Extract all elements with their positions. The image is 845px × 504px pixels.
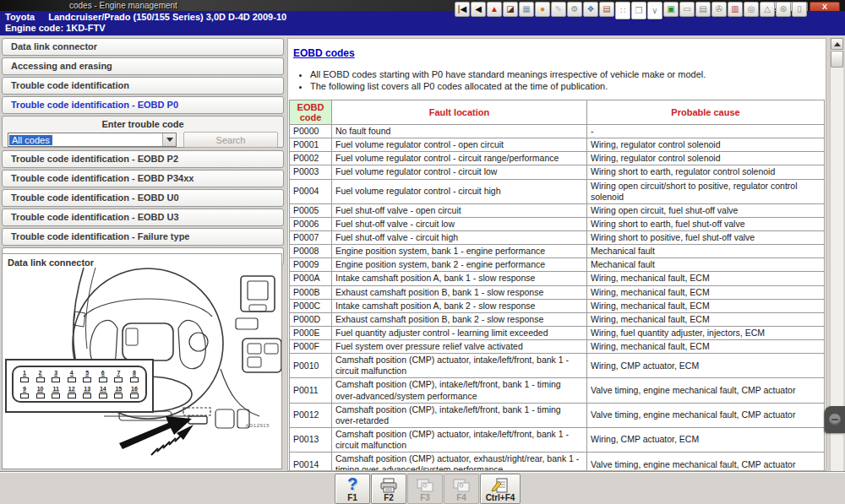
table-row: P0003Fuel volume regulator control - cir…	[290, 165, 825, 179]
pin-2: 2	[35, 370, 46, 383]
table-row: P0007Fuel shut-off valve - circuit highW…	[290, 231, 825, 245]
obd-connector-outline: 12345678 910111213141516	[12, 366, 147, 403]
arrow-up-icon	[834, 42, 841, 46]
toolbox-icon[interactable]: ▥	[728, 2, 743, 17]
table-row: P000EFuel quantity adjuster control - le…	[290, 326, 825, 339]
warning-icon[interactable]: ▲	[487, 2, 502, 17]
repair-times-icon[interactable]: ✇	[711, 2, 727, 17]
car-body-icon[interactable]: ▭	[679, 2, 695, 17]
engine-management-icon[interactable]: ▣	[663, 2, 679, 17]
table-row: P0004Fuel volume regulator control - cir…	[290, 179, 825, 203]
manual-icon[interactable]: ▤	[599, 2, 614, 17]
pins-top: 12345678	[19, 370, 140, 383]
table-row: P0006Fuel shut-off valve - circuit lowWi…	[290, 217, 825, 230]
search-button[interactable]: Search	[183, 132, 278, 148]
table-row: P0011Camshaft position (CMP), intake/lef…	[290, 378, 825, 403]
pin-14: 14	[97, 386, 109, 399]
pin-6: 6	[97, 370, 109, 383]
pin-5: 5	[81, 370, 93, 383]
help-button[interactable]: ? F1	[335, 474, 370, 504]
pin-12: 12	[66, 386, 78, 399]
table-row: P000CIntake camshaft position A, bank 2 …	[290, 299, 825, 312]
pin-11: 11	[50, 386, 62, 399]
parts-icon[interactable]: ⊛	[776, 2, 791, 17]
table-row: P000DExhaust camshaft position B, bank 2…	[290, 312, 825, 326]
globe-icon[interactable]: ●	[535, 2, 550, 17]
print-button[interactable]: F2	[371, 474, 406, 504]
figure-reference-label: AD12915	[245, 423, 270, 428]
table-row: P000FFuel system over pressure relief va…	[290, 340, 825, 354]
table-row: P0008Engine position system, bank 1 - en…	[290, 245, 825, 258]
battery-icon[interactable]: ▯	[792, 2, 807, 17]
wheel-icon[interactable]: ◎	[744, 2, 759, 17]
trouble-code-search-group: Enter trouble code All codes Search	[2, 116, 284, 148]
column-header-probable-cause: Probable cause	[587, 100, 825, 125]
pin-15: 15	[112, 386, 124, 399]
window-title: codes - Engine management	[69, 1, 177, 10]
expand-icon[interactable]: ❐	[631, 2, 646, 19]
vehicle-model: Landcruiser/Prado (150/155 Series) 3,0D …	[48, 12, 286, 22]
column-header-fault-location: Fault location	[332, 100, 587, 125]
toolbar: |◀◀▲◪▦●✎⚙❖▤∷❐∨▣▭▤✇▥◎△⊛▯	[455, 2, 807, 19]
engine-code: Engine code: 1KD-FTV	[5, 23, 845, 33]
notes-button[interactable]: Ctrl+F4	[480, 474, 521, 504]
previous-view-button: F3	[407, 474, 443, 504]
function-key-bar: ? F1 F2 F3 F4	[0, 472, 845, 504]
pin-3: 3	[50, 370, 62, 383]
grid-handle-icon[interactable]: ∷	[615, 2, 630, 19]
close-icon: X	[822, 3, 827, 11]
chevron-down-icon[interactable]: ∨	[647, 2, 662, 19]
gear-icon[interactable]: ⚙	[567, 2, 582, 17]
table-row: P000BExhaust camshaft position B, bank 1…	[290, 285, 825, 299]
page-title: EOBD codes	[293, 47, 826, 59]
sidebar-item-data-link-connector[interactable]: Data link connector	[2, 38, 284, 56]
document-pencil-icon	[491, 476, 510, 494]
vehicle-brand: Toyota	[5, 12, 35, 22]
column-header-code: EOBD code	[290, 100, 332, 125]
next-view-button: F4	[444, 474, 479, 504]
scroll-handle[interactable]	[825, 406, 845, 433]
help-icon: ?	[347, 474, 357, 494]
sidebar-item-eobd-p0[interactable]: Trouble code identification - EOBD P0	[2, 96, 284, 114]
table-row: P0013Camshaft position (CMP) actuator, i…	[290, 427, 825, 452]
pin-16: 16	[128, 386, 140, 399]
first-page-icon[interactable]: |◀	[455, 2, 470, 17]
data-link-connector-panel: Data link connector	[2, 253, 282, 469]
obd-connector-inset: 12345678 910111213141516	[5, 359, 154, 413]
hazard-icon[interactable]: △	[760, 2, 775, 17]
code-combobox[interactable]: All codes	[8, 133, 177, 147]
diagnostics-icon[interactable]: ❖	[583, 2, 598, 17]
pin-8: 8	[128, 370, 140, 383]
pin-1: 1	[19, 370, 30, 383]
pin-7: 7	[112, 370, 124, 383]
app-window: codes - Engine management X |◀◀▲◪▦●✎⚙❖▤∷…	[0, 0, 845, 504]
combobox-dropdown-button[interactable]	[162, 133, 176, 146]
exit-door-icon[interactable]: ◪	[503, 2, 518, 17]
sidebar-item-failure-type[interactable]: Trouble code identification - Failure ty…	[2, 228, 284, 246]
sidebar-item-accessing-erasing[interactable]: Accessing and erasing	[2, 57, 284, 75]
sidebar-item-eobd-u3[interactable]: Trouble code identification - EOBD U3	[2, 209, 284, 226]
sidebar: Data link connector Accessing and erasin…	[2, 38, 284, 471]
pin-9: 9	[19, 386, 30, 399]
scroll-up-button[interactable]	[831, 38, 843, 50]
connector-section-title: Data link connector	[3, 254, 281, 268]
pins-bottom: 910111213141516	[19, 386, 140, 399]
pin-10: 10	[35, 386, 46, 399]
engine-icon[interactable]: ▤	[695, 2, 711, 17]
pin-13: 13	[81, 386, 93, 399]
combobox-value: All codes	[9, 135, 52, 145]
table-row: P000AIntake camshaft position A, bank 1 …	[290, 272, 825, 285]
table-row: P0002Fuel volume regulator control - cir…	[290, 152, 825, 165]
sidebar-item-trouble-code-identification[interactable]: Trouble code identification	[2, 77, 284, 95]
steering-wheel-figure: 12345678 910111213141516 AD12915	[3, 268, 281, 463]
bullet-item: The following list covers all P0 codes a…	[310, 81, 826, 91]
pen-icon[interactable]: ✎	[551, 2, 566, 17]
chevron-down-icon	[166, 138, 173, 142]
scrollbar-thumb[interactable]	[831, 51, 843, 68]
pictures-icon	[452, 476, 471, 494]
sidebar-item-eobd-u0[interactable]: Trouble code identification - EOBD U0	[2, 189, 284, 207]
sidebar-item-eobd-p2[interactable]: Trouble code identification - EOBD P2	[2, 150, 284, 168]
blueprint-icon[interactable]: ▦	[519, 2, 534, 17]
back-icon[interactable]: ◀	[471, 2, 486, 17]
sidebar-item-eobd-p34xx[interactable]: Trouble code identification - EOBD P34xx	[2, 170, 284, 187]
